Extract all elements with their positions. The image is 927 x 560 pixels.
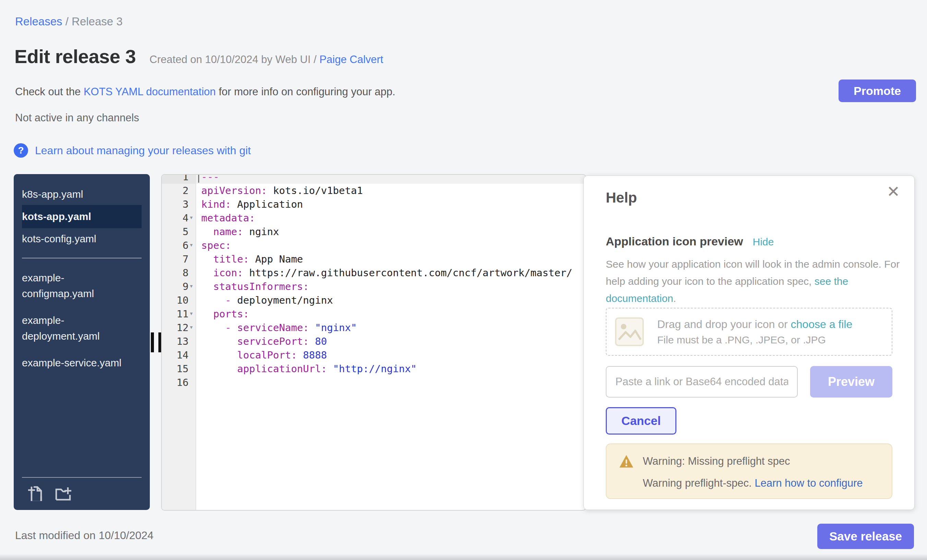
hide-link[interactable]: Hide (753, 236, 774, 248)
file-group-kots: k8s-app.yamlkots-app.yamlkots-config.yam… (14, 174, 150, 249)
code-line-5[interactable]: 5 name: nginx (162, 225, 585, 238)
code-line-9[interactable]: 9▾ statusInformers: (162, 280, 585, 293)
line-number: 15 (162, 362, 188, 376)
code-line-1[interactable]: 1--- (162, 174, 585, 184)
code-token: deployment/nginx (231, 294, 333, 306)
warning-body: Warning preflight-spec. Learn how to con… (619, 477, 879, 489)
new-file-icon (26, 485, 43, 501)
warning-title-row: Warning: Missing preflight spec (619, 454, 879, 468)
line-number: 14 (162, 348, 188, 362)
breadcrumb-current: Release 3 (71, 15, 123, 28)
file-item-kots-app.yaml[interactable]: kots-app.yaml (22, 205, 141, 228)
fold-arrow-icon[interactable]: ▾ (189, 238, 193, 252)
code-token: spec: (201, 240, 231, 251)
file-item-example-deployment.yaml[interactable]: example-deployment.yaml (22, 313, 125, 344)
code-token: - (225, 322, 231, 334)
code-token: - (225, 294, 231, 306)
line-number: 6 (162, 238, 188, 252)
breadcrumb: Releases / Release 3 (15, 15, 123, 28)
file-item-k8s-app.yaml[interactable]: k8s-app.yaml (22, 184, 141, 205)
warning-body-text: Warning preflight-spec. (643, 477, 755, 489)
code-line-8[interactable]: 8 icon: https://raw.githubusercontent.co… (162, 266, 585, 280)
promote-button[interactable]: Promote (839, 79, 916, 102)
code-line-6[interactable]: 6▾spec: (162, 238, 585, 252)
last-modified-label: Last modified on 10/10/2024 (15, 529, 153, 542)
code-token: "nginx" (315, 322, 357, 334)
cancel-button[interactable]: Cancel (606, 407, 676, 434)
code-token: --- (201, 174, 219, 183)
code-token: statusInformers: (213, 281, 309, 292)
code-line-15[interactable]: 15 applicationUrl: "http://nginx" (162, 362, 585, 376)
fold-arrow-icon[interactable]: ▾ (189, 320, 193, 334)
code-token: ports: (213, 308, 249, 320)
intro-text-before: Check out the (15, 86, 84, 98)
created-text: Created on 10/10/2024 by Web UI / (149, 53, 319, 65)
file-item-example-service.yaml[interactable]: example-service.yaml (22, 355, 125, 371)
title-row: Edit release 3 Created on 10/10/2024 by … (14, 45, 383, 68)
code-token (201, 349, 237, 361)
code-token: applicationUrl: (237, 363, 327, 375)
new-file-button[interactable] (26, 485, 43, 501)
line-number: 4 (162, 211, 188, 225)
git-releases-link[interactable]: Learn about managing your releases with … (35, 144, 251, 157)
page-title: Edit release 3 (14, 45, 136, 68)
code-line-4[interactable]: 4▾metadata: (162, 211, 585, 225)
fold-arrow-icon[interactable]: ▾ (189, 211, 193, 224)
git-help-banner[interactable]: ? Learn about managing your releases wit… (14, 143, 251, 158)
code-token (297, 349, 303, 361)
yaml-editor[interactable]: 1---2apiVersion: kots.io/v1beta13kind: A… (161, 174, 586, 511)
bottom-scroll-shadow (0, 554, 927, 560)
file-item-example-configmap.yaml[interactable]: example-configmap.yaml (22, 270, 125, 302)
pane-resize-handle-left[interactable] (151, 332, 161, 352)
warning-configure-link[interactable]: Learn how to configure (755, 477, 863, 489)
close-icon[interactable]: ✕ (884, 184, 902, 200)
fold-arrow-icon[interactable]: ▾ (189, 307, 193, 320)
dropzone-texts: Drag and drop your icon or choose a file… (657, 318, 852, 346)
author-link[interactable]: Paige Calvert (319, 53, 383, 65)
breadcrumb-separator: / (62, 15, 72, 28)
code-token: serviceName: (237, 322, 309, 334)
code-line-11[interactable]: 11▾ ports: (162, 307, 585, 321)
preview-button[interactable]: Preview (810, 366, 892, 398)
new-folder-button[interactable] (53, 485, 71, 501)
code-line-12[interactable]: 12▾ - serviceName: "nginx" (162, 321, 585, 334)
breadcrumb-releases-link[interactable]: Releases (15, 15, 62, 28)
code-token (327, 363, 333, 375)
line-number: 13 (162, 334, 188, 348)
code-line-10[interactable]: 10 - deployment/nginx (162, 293, 585, 307)
fold-arrow-icon[interactable]: ▾ (189, 279, 193, 293)
code-token (231, 322, 237, 334)
line-number: 10 (162, 293, 188, 307)
image-placeholder-icon (615, 317, 644, 346)
file-item-kots-config.yaml[interactable]: kots-config.yaml (22, 228, 141, 249)
icon-url-input[interactable] (606, 366, 798, 398)
description-text: See how your application icon will look … (606, 258, 900, 287)
icon-url-row: Preview (606, 366, 892, 398)
code-token (201, 294, 225, 306)
code-line-3[interactable]: 3kind: Application (162, 197, 585, 211)
kots-yaml-doc-link[interactable]: KOTS YAML documentation (84, 86, 216, 98)
code-line-7[interactable]: 7 title: App Name (162, 252, 585, 266)
line-number: 12 (162, 321, 188, 334)
icon-preview-heading: Application icon preview (606, 235, 743, 248)
code-token: App Name (249, 253, 303, 265)
choose-file-link[interactable]: choose a file (791, 318, 853, 330)
code-line-2[interactable]: 2apiVersion: kots.io/v1beta1 (162, 184, 585, 197)
code-token: apiVersion: (201, 185, 267, 196)
icon-dropzone[interactable]: Drag and drop your icon or choose a file… (606, 308, 892, 356)
channel-status: Not active in any channels (15, 112, 139, 124)
code-token: nginx (243, 226, 279, 238)
code-token: kind: (201, 199, 231, 210)
dropzone-instruction: Drag and drop your icon or choose a file (657, 318, 852, 331)
code-token (309, 322, 315, 334)
code-line-16[interactable]: 16 (162, 376, 585, 389)
warning-icon (619, 454, 634, 468)
code-token (201, 267, 213, 279)
code-line-13[interactable]: 13 servicePort: 80 (162, 334, 585, 348)
code-token (201, 253, 213, 265)
save-release-button[interactable]: Save release (817, 524, 914, 549)
code-lines: 1---2apiVersion: kots.io/v1beta13kind: A… (162, 174, 585, 389)
intro-line: Check out the KOTS YAML documentation fo… (15, 86, 395, 98)
code-line-14[interactable]: 14 localPort: 8888 (162, 348, 585, 362)
dropzone-text: Drag and drop your icon or (657, 318, 791, 330)
